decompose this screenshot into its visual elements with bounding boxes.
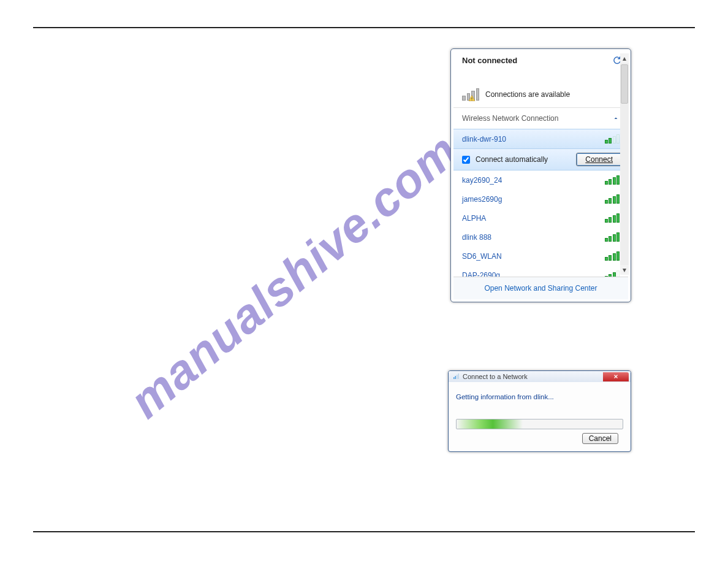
signal-warning-icon: [462, 88, 479, 101]
network-item-selected[interactable]: dlink-dwr-910: [453, 129, 628, 149]
svg-rect-5: [458, 373, 460, 379]
svg-rect-1: [472, 100, 472, 101]
signal-icon: [605, 232, 620, 242]
ssid-label: james2690g: [462, 195, 502, 204]
footer-link-text: Open Network and Sharing Center: [484, 284, 597, 293]
auto-checkbox[interactable]: [462, 156, 470, 164]
network-item[interactable]: kay2690_24: [453, 170, 628, 190]
scrollbar[interactable]: ▴ ▾: [620, 53, 629, 275]
svg-rect-3: [455, 376, 457, 379]
ssid-label: kay2690_24: [462, 176, 502, 185]
dialog-titlebar: Connect to a Network: [449, 371, 631, 382]
ssid-label: dlink 888: [462, 233, 491, 242]
dialog-title-text: Connect to a Network: [463, 373, 528, 380]
svg-rect-0: [472, 98, 472, 99]
connection-status: Not connected: [462, 56, 517, 65]
progress-fill: [457, 419, 523, 429]
dialog-message: Getting information from dlink...: [456, 393, 623, 400]
connect-progress-dialog: Connect to a Network Getting information…: [448, 370, 631, 452]
watermark: manualshive.com: [119, 123, 469, 429]
signal-icon: [605, 175, 620, 185]
ssid-label: DAP-2690g: [462, 271, 500, 277]
top-divider: [33, 27, 695, 28]
network-item[interactable]: james2690g: [453, 190, 628, 209]
progress-bar: [456, 419, 623, 429]
network-item[interactable]: SD6_WLAN: [453, 247, 628, 266]
svg-rect-4: [457, 375, 458, 379]
signal-icon: [605, 194, 620, 204]
signal-icon: [605, 251, 620, 261]
auto-checkbox-label: Connect automatically: [476, 155, 548, 164]
ssid-label: ALPHA: [462, 214, 486, 223]
connect-panel: Connect automatically Connect: [453, 149, 628, 170]
scroll-up-button[interactable]: ▴: [620, 53, 629, 63]
connect-button[interactable]: Connect: [576, 153, 622, 166]
scroll-down-button[interactable]: ▾: [620, 265, 629, 275]
scroll-thumb[interactable]: [621, 64, 628, 104]
connect-automatically-checkbox[interactable]: Connect automatically: [460, 154, 548, 166]
network-icon: [452, 373, 460, 380]
signal-icon: [605, 270, 620, 277]
svg-rect-2: [453, 377, 455, 379]
bottom-divider: [33, 531, 695, 532]
close-button[interactable]: [603, 372, 629, 381]
adapter-section-header[interactable]: Wireless Network Connection: [453, 108, 628, 129]
network-item[interactable]: DAP-2690g: [453, 266, 628, 277]
cancel-button[interactable]: Cancel: [582, 433, 618, 444]
network-list: dlink-dwr-910 Connect automatically Conn…: [453, 129, 628, 277]
open-network-center-link[interactable]: Open Network and Sharing Center: [453, 277, 628, 299]
network-item[interactable]: ALPHA: [453, 209, 628, 228]
network-item[interactable]: dlink 888: [453, 228, 628, 247]
chevron-up-icon: [612, 115, 620, 122]
availability-text: Connections are available: [485, 90, 570, 99]
ssid-label: SD6_WLAN: [462, 252, 502, 261]
signal-icon: [605, 213, 620, 223]
adapter-name: Wireless Network Connection: [462, 114, 558, 123]
signal-icon: [605, 134, 620, 144]
ssid-label: dlink-dwr-910: [462, 135, 506, 144]
network-flyout: Not connected Connecti: [450, 48, 631, 302]
